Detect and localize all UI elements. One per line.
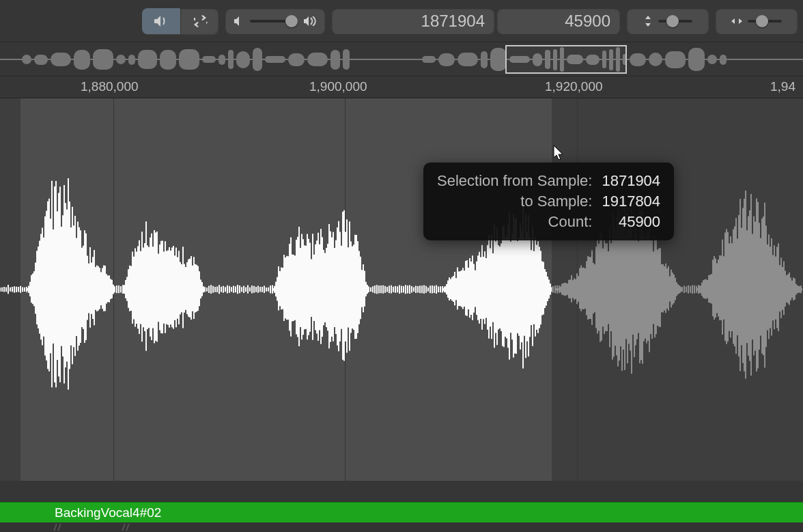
loop-icon — [192, 15, 208, 27]
selection-length-field[interactable]: 45900 — [497, 8, 620, 34]
overview-cluster — [20, 46, 351, 72]
waveform-area[interactable]: Selection from Sample: 1871904 to Sample… — [0, 98, 803, 481]
overview-view-rect[interactable] — [505, 45, 627, 74]
ruler-tick: 1,94 — [770, 79, 795, 94]
playback-buttons — [142, 8, 219, 34]
tooltip-count-value: 45900 — [602, 213, 660, 231]
track-name: BackingVocal4#02 — [55, 505, 161, 520]
track-header-bar[interactable]: BackingVocal4#02 — [0, 502, 803, 522]
slider-thumb[interactable] — [285, 15, 298, 27]
ruler-tick: 1,900,000 — [309, 79, 367, 94]
ruler-tick: 1,880,000 — [81, 79, 139, 94]
vertical-arrows-icon — [643, 16, 653, 27]
speaker-icon — [154, 15, 169, 27]
waveform-graphic — [0, 98, 803, 481]
volume-slider[interactable] — [225, 8, 325, 34]
tooltip-from-label: Selection from Sample: — [437, 172, 592, 190]
selection-start-field[interactable]: 1871904 — [332, 8, 494, 34]
timeline-ruler[interactable]: 1,880,0001,900,0001,920,0001,94 — [0, 76, 803, 98]
toolbar: 1871904 45900 — [0, 0, 803, 42]
ruler-tick: 1,920,000 — [545, 79, 603, 94]
slider-track[interactable] — [250, 20, 298, 23]
bottom-strip — [0, 522, 803, 532]
tooltip-to-label: to Sample: — [437, 193, 592, 210]
loop-button[interactable] — [180, 8, 219, 34]
tooltip-count-label: Count: — [437, 213, 592, 231]
preview-audio-button[interactable] — [142, 8, 180, 34]
horizontal-zoom-slider[interactable] — [716, 8, 798, 34]
volume-low-icon — [234, 16, 244, 26]
tooltip-to-value: 1917804 — [602, 193, 660, 210]
tooltip-from-value: 1871904 — [602, 172, 660, 190]
vertical-zoom-slider[interactable] — [627, 8, 709, 34]
horizontal-arrows-icon — [731, 16, 742, 26]
overview-strip[interactable] — [0, 42, 803, 76]
volume-high-icon — [303, 16, 317, 26]
selection-tooltip: Selection from Sample: 1871904 to Sample… — [423, 163, 674, 240]
